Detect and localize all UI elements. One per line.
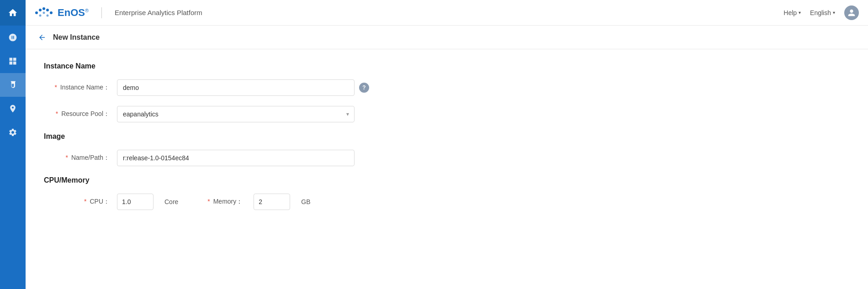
cpu-memory-row: * CPU： Core * Memory： GB bbox=[44, 194, 850, 210]
sidebar-item-apps[interactable] bbox=[0, 26, 26, 49]
image-name-path-row: * Name/Path： bbox=[44, 150, 850, 166]
language-label: English bbox=[810, 9, 831, 16]
image-name-path-input[interactable] bbox=[117, 150, 355, 166]
image-section-title: Image bbox=[44, 132, 850, 141]
sidebar-home-button[interactable] bbox=[0, 0, 26, 26]
core-unit-label: Core bbox=[164, 198, 178, 205]
gb-unit-label: GB bbox=[301, 198, 310, 205]
svg-point-1 bbox=[39, 9, 42, 11]
memory-input[interactable] bbox=[254, 194, 290, 210]
help-chevron-icon: ▾ bbox=[799, 10, 801, 15]
instance-name-section-title: Instance Name bbox=[44, 62, 850, 70]
required-star-image: * bbox=[66, 154, 68, 161]
home-icon bbox=[8, 8, 18, 18]
instance-name-input[interactable] bbox=[117, 79, 355, 96]
back-arrow-icon bbox=[38, 33, 46, 42]
page-title: New Instance bbox=[53, 33, 100, 42]
cpu-input[interactable] bbox=[117, 194, 153, 210]
sidebar bbox=[0, 0, 26, 289]
logo-area: EnOS® Enterprise Analytics Platform bbox=[35, 6, 202, 19]
platform-name: Enterprise Analytics Platform bbox=[115, 9, 202, 16]
help-button[interactable]: Help ▾ bbox=[783, 9, 801, 16]
enos-logo: EnOS® bbox=[35, 6, 89, 19]
header-right: Help ▾ English ▾ bbox=[783, 5, 859, 20]
cpu-memory-section-title: CPU/Memory bbox=[44, 176, 850, 184]
sidebar-item-data[interactable] bbox=[0, 97, 26, 121]
required-star-pool: * bbox=[56, 110, 58, 117]
svg-point-3 bbox=[46, 9, 49, 11]
required-star-instance: * bbox=[54, 84, 57, 91]
back-button[interactable] bbox=[37, 32, 48, 43]
instance-name-help-icon[interactable]: ? bbox=[359, 83, 369, 93]
resource-pool-row: * Resource Pool： eapanalytics ▾ bbox=[44, 106, 850, 122]
logo-text: EnOS® bbox=[58, 7, 89, 19]
svg-point-5 bbox=[39, 14, 42, 16]
sidebar-item-grid[interactable] bbox=[0, 49, 26, 73]
logo-dots-icon bbox=[35, 6, 55, 19]
instance-name-label: * Instance Name： bbox=[44, 84, 117, 92]
sub-header: New Instance bbox=[26, 26, 868, 49]
cpu-memory-inputs: Core * Memory： GB bbox=[117, 194, 311, 210]
help-label: Help bbox=[783, 9, 797, 16]
resource-pool-select[interactable]: eapanalytics bbox=[117, 106, 355, 122]
svg-point-0 bbox=[35, 11, 38, 14]
content-area: Instance Name * Instance Name： ? * Resou… bbox=[26, 49, 868, 289]
main-area: EnOS® Enterprise Analytics Platform Help… bbox=[26, 0, 868, 289]
svg-point-7 bbox=[47, 14, 49, 16]
required-star-memory: * bbox=[207, 198, 210, 205]
user-icon bbox=[847, 9, 856, 17]
cpu-label: * CPU： bbox=[44, 198, 117, 206]
required-star-cpu: * bbox=[84, 198, 86, 205]
resource-pool-label: * Resource Pool： bbox=[44, 110, 117, 118]
logo-divider bbox=[101, 7, 102, 18]
svg-point-6 bbox=[43, 11, 45, 14]
sidebar-item-lab[interactable] bbox=[0, 73, 26, 97]
top-header: EnOS® Enterprise Analytics Platform Help… bbox=[26, 0, 868, 26]
sidebar-item-settings[interactable] bbox=[0, 121, 26, 144]
memory-label: Memory bbox=[213, 198, 237, 205]
resource-pool-select-wrapper: eapanalytics ▾ bbox=[117, 106, 355, 122]
instance-name-row: * Instance Name： ? bbox=[44, 79, 850, 96]
svg-point-4 bbox=[50, 11, 53, 14]
image-name-path-label: * Name/Path： bbox=[44, 154, 117, 162]
avatar[interactable] bbox=[844, 5, 859, 20]
language-button[interactable]: English ▾ bbox=[810, 9, 835, 16]
svg-point-2 bbox=[42, 7, 45, 10]
language-chevron-icon: ▾ bbox=[833, 10, 835, 15]
